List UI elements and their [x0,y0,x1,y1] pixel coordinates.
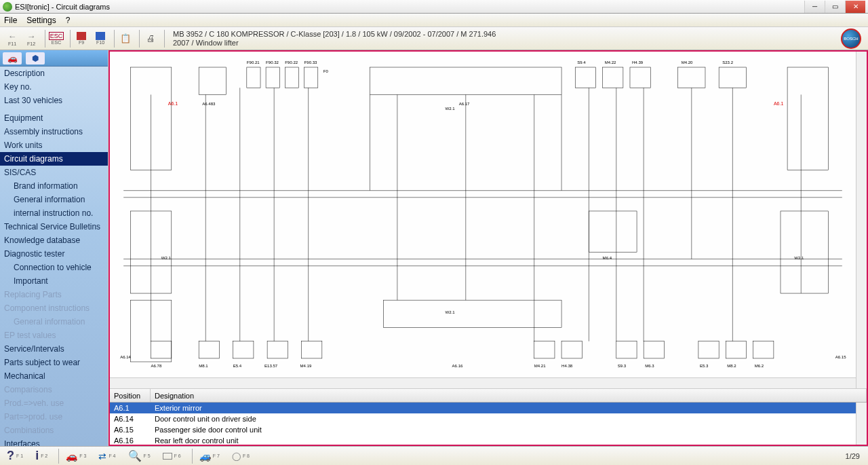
nav-item-brand-information[interactable]: Brand information [0,179,108,193]
svg-text:M6.4: M6.4 [603,256,612,260]
bosch-globe-icon[interactable]: BOSCH [841,29,861,49]
zoom-button[interactable]: 🔍F 5 [124,448,155,464]
column-position[interactable]: Position [110,389,151,402]
info-button[interactable]: iF 2 [31,447,52,464]
print-button[interactable]: 🖨 [142,29,159,48]
vehicle-line2: 2007 / Window lifter [173,39,841,48]
menu-help[interactable]: ? [66,16,71,25]
svg-text:A6.78: A6.78 [151,364,162,368]
nav-item-internal-instruction-no[interactable]: internal instruction no. [0,206,108,220]
nav-item-diagnostic-tester[interactable]: Diagnostic tester [0,247,108,261]
svg-rect-55 [534,341,555,358]
window-title: ESI[tronic] - Circuit diagrams [15,3,804,11]
nav-item-prod-veh-use: Prod.=>veh. use [0,396,108,410]
cell-position: A6.1 [110,404,151,412]
svg-text:M6.3: M6.3 [645,364,654,368]
nav-item-combinations: Combinations [0,424,108,437]
app-icon [3,2,12,12]
table-scrollbar-vertical[interactable] [856,403,867,445]
nav-item-part-prod-use: Part=>prod. use [0,410,108,424]
position-table: Position Designation A6.1Exterior mirror… [110,389,867,445]
nav-item-mechanical[interactable]: Mechanical [0,369,108,383]
f3-button[interactable]: 🚗F 3 [62,449,90,463]
nav-item-equipment[interactable]: Equipment [0,111,108,125]
table-header: Position Designation [110,389,867,403]
menu-settings[interactable]: Settings [26,16,56,25]
nav-item-knowledge-database[interactable]: Knowledge database [0,234,108,247]
table-row[interactable]: A6.14Door control unit on driver side [110,413,867,424]
nav-item-last-30-vehicles[interactable]: Last 30 vehicles [0,94,108,107]
cell-designation: Rear left door control unit [151,436,867,445]
f7-button[interactable]: 🚙F 7 [195,449,224,463]
help-button[interactable]: ?F 1 [3,447,27,464]
svg-text:E13.57: E13.57 [264,364,278,368]
svg-text:W2.1: W2.1 [445,310,455,314]
diagram-scrollbar-vertical[interactable] [856,52,867,388]
svg-rect-20 [603,67,623,88]
cell-position: A6.16 [110,436,151,445]
table-row[interactable]: A6.15Passenger side door control unit [110,424,867,435]
nav-item-assembly-instructions[interactable]: Assembly instructions [0,125,108,138]
svg-text:A6.483: A6.483 [202,102,216,106]
sidebar-tab-vehicle[interactable]: 🚗 [3,52,22,64]
toolbar: ←F11 →F12 ESCESC F9 F10 📋 🖨 MB 3952 / C … [0,27,868,50]
svg-text:A6.1: A6.1 [774,101,784,106]
f8-button[interactable]: ◯F 8 [228,450,254,462]
svg-rect-4 [285,67,298,88]
nav-item-ep-test-values: EP test values [0,329,108,342]
svg-rect-2 [247,67,260,88]
nav-item-important[interactable]: Important [0,274,108,288]
nav-item-circuit-diagrams[interactable]: Circuit diagrams [0,152,108,166]
cell-position: A6.14 [110,415,151,423]
sidebar-tab-component[interactable]: ⬢ [26,52,45,64]
svg-text:F90.32: F90.32 [266,60,279,64]
minimize-button[interactable]: ─ [804,1,825,13]
svg-text:M4.19: M4.19 [300,364,312,368]
f4-button[interactable]: ⇄F 4 [94,449,119,463]
svg-rect-5 [304,67,318,88]
f9-button[interactable]: F9 [73,29,90,48]
nav-item-general-information[interactable]: General information [0,193,108,206]
svg-rect-61 [644,341,664,358]
diagram-scrollbar-horizontal[interactable] [110,377,856,388]
svg-rect-57 [561,341,582,358]
svg-text:A6.16: A6.16 [452,364,463,368]
nav-item-sis-cas[interactable]: SIS/CAS [0,166,108,179]
footer-toolbar: ?F 1 iF 2 🚗F 3 ⇄F 4 🔍F 5 F 6 🚙F 7 ◯F 8 1… [0,446,868,465]
table-row[interactable]: A6.1Exterior mirror [110,403,867,413]
nav-item-replacing-parts: Replacing Parts [0,288,108,301]
circuit-diagram-viewer[interactable]: A6.1 A6.483 F90.21 F90.32 F90.22 F90.33 … [110,52,867,389]
esc-button[interactable]: ESCESC [48,29,64,48]
menu-bar: File Settings ? [0,14,868,27]
column-designation[interactable]: Designation [151,389,867,402]
nav-item-interfaces[interactable]: Interfaces [0,437,108,446]
nav-item-connection-to-vehicle[interactable]: Connection to vehicle [0,261,108,274]
cell-designation: Passenger side door control unit [151,426,867,434]
cell-designation: Exterior mirror [151,404,867,412]
svg-rect-67 [753,341,774,358]
svg-text:M4.22: M4.22 [605,60,616,64]
svg-rect-1 [199,67,226,94]
svg-rect-63 [698,341,719,358]
nav-item-service-intervals[interactable]: Service/Intervals [0,342,108,356]
nav-item-work-units[interactable]: Work units [0,138,108,152]
svg-rect-65 [726,341,746,358]
menu-file[interactable]: File [4,16,17,25]
back-button[interactable]: ←F11 [4,29,20,48]
f6-button[interactable]: F 6 [159,451,185,461]
copy-button[interactable]: 📋 [117,29,134,48]
table-row[interactable]: A6.16Rear left door control unit [110,435,867,445]
nav-item-key-no[interactable]: Key no. [0,80,108,94]
svg-text:S9.3: S9.3 [618,364,627,368]
nav-item-parts-subject-to-wear[interactable]: Parts subject to wear [0,356,108,369]
close-button[interactable]: ✕ [845,1,865,13]
nav-item-technical-service-bulletins[interactable]: Technical Service Bulletins [0,220,108,234]
svg-text:M4.20: M4.20 [682,60,693,64]
forward-button[interactable]: →F12 [23,29,39,48]
svg-rect-49 [302,341,322,358]
window-titlebar: ESI[tronic] - Circuit diagrams ─ ▭ ✕ [0,0,868,14]
nav-item-description[interactable]: Description [0,67,108,80]
sidebar: 🚗 ⬢ DescriptionKey no.Last 30 vehiclesEq… [0,50,108,446]
f10-button[interactable]: F10 [92,29,108,48]
maximize-button[interactable]: ▭ [825,1,845,13]
